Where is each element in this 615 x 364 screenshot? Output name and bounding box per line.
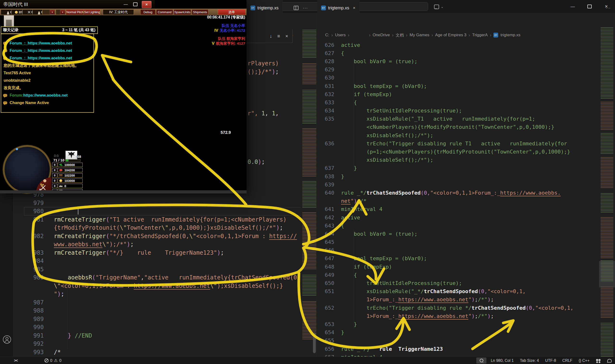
copilot-menu-button[interactable]: ⌄ — [434, 3, 450, 10]
dropdown-arrow-icon[interactable]: ▼ — [50, 10, 55, 14]
remote-indicator[interactable]: >< — [14, 358, 18, 363]
tab-size-status[interactable]: Tab Size: 4 — [520, 358, 539, 363]
maximize-icon — [133, 2, 137, 6]
feedback-icon[interactable] — [596, 359, 601, 362]
toolbar-dropdown[interactable]: ▼ — [42, 9, 55, 15]
minimap-right-editor[interactable] — [599, 27, 615, 357]
game-minimize-button[interactable]: — — [122, 1, 129, 8]
line-number: 640 — [321, 190, 334, 196]
breadcrumb-item[interactable]: TriggerA — [472, 33, 488, 38]
zoom-indicator[interactable] — [476, 358, 486, 364]
line-number: 627 — [321, 50, 334, 56]
code-line: 627{ — [321, 49, 602, 57]
line-number: 649 — [321, 272, 334, 278]
game-toolbar-button[interactable]: Set Lighting — [84, 9, 101, 15]
line-number: 990 — [24, 324, 44, 331]
breadcrumb-item[interactable]: Users — [335, 33, 346, 38]
chat-message: Change Name Active — [1, 99, 93, 106]
breadcrumb-file[interactable]: trigtemp.xs — [500, 33, 520, 38]
editor-group-right[interactable]: C:›Users››OneDrive›文档›My Games›Age of Em… — [316, 13, 615, 357]
encoding-status[interactable]: UTF-8 — [545, 358, 556, 363]
split-editor-icon[interactable] — [294, 6, 299, 10]
game-toolbar-button[interactable]: 选单 — [218, 9, 246, 15]
maximize-button[interactable] — [584, 0, 595, 13]
chat-message: Forum:https://www.aoebbs.net — [1, 91, 93, 99]
code-line: 629 — [321, 65, 602, 74]
more-actions-icon[interactable]: ··· — [606, 6, 611, 11]
pirate-face-icon — [43, 179, 46, 182]
coins-icon — [40, 183, 42, 185]
tab-label: trigtemp.xs — [257, 6, 278, 11]
code-line: xsDisableSelf();/*"); — [321, 156, 602, 164]
chevron-right-icon: › — [406, 33, 407, 38]
coin-icon — [15, 11, 18, 14]
xp-progress-bar — [65, 159, 80, 162]
food-icon — [59, 163, 63, 166]
age-rank: V — [212, 41, 214, 46]
resource-row-wood: 102200 — [58, 173, 83, 178]
code-fragment: ();}/*"); — [248, 68, 279, 75]
game-toolbar-button[interactable]: SpawnUnits — [174, 9, 191, 15]
resource-queue-cell: 0 — [52, 168, 57, 172]
indent-guide — [67, 282, 68, 349]
scrollbar-left-editor[interactable] — [313, 333, 316, 353]
game-toolbar-button[interactable]: Normal Pitch — [66, 9, 84, 15]
resource-row-meat: 104200 — [58, 168, 83, 172]
game-window[interactable]: 帝国时代 III — × 02/300▼▼Normal PitchSet Lig… — [0, 0, 247, 194]
game-toolbar-button[interactable]: Shipments — [192, 9, 208, 15]
code-line: 651 xsDisableRule("_*/trChatSendSpoofed(… — [321, 287, 602, 296]
game-close-button[interactable]: × — [142, 1, 151, 8]
more-actions-icon[interactable]: ··· — [303, 6, 308, 11]
minimap-slider[interactable] — [599, 261, 615, 287]
breadcrumb-item[interactable]: C: — [325, 33, 329, 38]
code-line: 652 trEcho("Trigger disabling rule */trC… — [321, 304, 602, 312]
breadcrumb-item[interactable]: 文档 — [396, 32, 404, 38]
resource-queue-cell: 0 — [52, 179, 57, 183]
problems-status[interactable]: 0 ⚠ 0 — [44, 358, 62, 363]
close-tab-icon[interactable]: × — [353, 5, 355, 11]
line-number: 988 — [24, 307, 44, 314]
code-line: (p=1;<cNumberPlayers){trModifyProtounit(… — [321, 147, 602, 156]
breadcrumb-item[interactable]: My Games — [409, 33, 429, 38]
arrow-down-icon[interactable]: ↓ — [270, 33, 272, 39]
find-in-selection-icon[interactable]: ≡ — [277, 33, 280, 39]
breadcrumb[interactable]: C:›Users››OneDrive›文档›My Games›Age of Em… — [325, 31, 521, 39]
eol-status[interactable]: CRLF — [562, 358, 573, 363]
cpp-file-icon — [250, 6, 255, 10]
chat-bubble-icon — [3, 94, 7, 97]
account-icon[interactable] — [3, 335, 11, 344]
code-line: 653 } — [321, 320, 602, 328]
line-number: 641 — [321, 206, 334, 212]
line-number: 636 — [321, 141, 334, 147]
game-toolbar-button[interactable]: Debug — [140, 9, 156, 15]
game-toolbar-button[interactable]: IV: 工业时代 — [103, 9, 134, 15]
breadcrumb-item[interactable]: OneDrive — [373, 33, 390, 38]
line-number: 639 — [321, 182, 334, 188]
line-col-status[interactable]: Ln 980, Col 1 — [491, 358, 514, 363]
line-number: 983 — [24, 249, 44, 256]
dropdown-arrow-icon[interactable]: ▼ — [60, 10, 65, 14]
status-bar: >< 0 ⚠ 0 Ln 980, Col 1 Tab Size: 4 UTF-8… — [0, 357, 615, 364]
breadcrumb-item[interactable]: Age of Empires 3 — [435, 33, 466, 38]
code-line: 1>Forum_:_https://www.aoebbs.net");/*"); — [321, 312, 602, 320]
toolbar-dropdown[interactable]: ▼ — [56, 9, 65, 15]
game-toolbar-button[interactable]: Command — [156, 9, 173, 15]
swords-icon — [27, 11, 30, 14]
close-icon[interactable]: × — [285, 33, 288, 39]
minimize-button[interactable]: — — [567, 0, 578, 13]
code-line: 982rmCreateTrigger("*/trChatSendSpoofed(… — [24, 232, 315, 241]
code-line: 633 { — [321, 98, 602, 106]
line-number: 626 — [321, 42, 334, 48]
game-maximize-button[interactable] — [132, 1, 139, 8]
chat-log-count: 3 ~ 11 笔 (共 43 笔) — [62, 28, 95, 33]
find-widget[interactable]: ↓≡× — [245, 29, 293, 43]
line-number: 651 — [321, 288, 334, 294]
code-line: 642active — [321, 213, 602, 221]
language-status[interactable]: {} C++ — [579, 358, 589, 363]
notifications-bell-icon[interactable] — [607, 359, 612, 362]
chat-message: Forum_:_https://www.aoebbs.net — [1, 54, 93, 62]
code-area-right[interactable]: 626active627{628 bool bVar0 = (true);629… — [321, 41, 602, 357]
code-fragment: r", 1, 1, — [248, 110, 279, 117]
person-icon — [38, 12, 40, 13]
chat-bubble-icon — [3, 42, 7, 45]
